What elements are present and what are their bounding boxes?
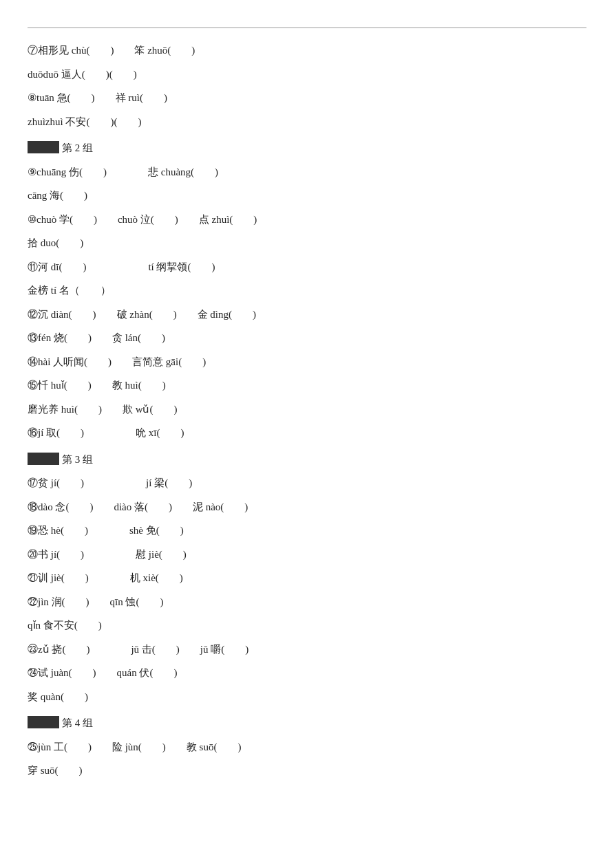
item-16-line1: ⑯jí 取( ) 吮 xī( ) — [28, 423, 586, 443]
group-box-2 — [28, 141, 59, 153]
item-18-line1: ⑱dào 念( ) diào 落( ) 泥 nào( ) — [28, 497, 586, 517]
item-10-line2: 拾 duo( ) — [28, 233, 586, 253]
item-22-line1: ㉒jìn 润( ) qīn 蚀( ) — [28, 592, 586, 612]
item-14-line1: ⑭hài 人听闻( ) 言简意 gāi( ) — [28, 352, 586, 372]
group-3-text: 第 3 组 — [62, 450, 93, 470]
item-13-line1: ⑬fén 烧( ) 贪 lán( ) — [28, 328, 586, 348]
item-7-line2: duōduō 逼人( )( ) — [28, 65, 586, 85]
group-4-text: 第 4 组 — [62, 713, 93, 733]
group-2-text: 第 2 组 — [62, 138, 93, 158]
page: ⑦相形见 chù( ) 笨 zhuō( ) duōduō 逼人( )( ) ⑧t… — [0, 0, 614, 868]
item-9-line1: ⑨chuāng 伤( ) 悲 chuàng( ) — [28, 162, 586, 182]
item-24-line1: ㉔试 juàn( ) quán 伏( ) — [28, 663, 586, 683]
item-7-line1: ⑦相形见 chù( ) 笨 zhuō( ) — [28, 41, 586, 61]
group-3: ⑰贫 jí( ) jí 梁( ) ⑱dào 念( ) diào 落( ) 泥 n… — [28, 473, 586, 706]
item-10-line1: ⑩chuò 学( ) chuò 泣( ) 点 zhuì( ) — [28, 210, 586, 230]
item-15-line2: 磨光养 huì( ) 欺 wǔ( ) — [28, 400, 586, 420]
group-1: ⑦相形见 chù( ) 笨 zhuō( ) duōduō 逼人( )( ) ⑧t… — [28, 41, 586, 131]
item-20-line1: ⑳书 jí( ) 慰 jiè( ) — [28, 545, 586, 565]
group-2: ⑨chuāng 伤( ) 悲 chuàng( ) cāng 海( ) ⑩chuò… — [28, 162, 586, 443]
item-22-line2: qǐn 食不安( ) — [28, 616, 586, 636]
group-box-4 — [28, 716, 59, 728]
group-4: ㉕jùn 工( ) 险 jùn( ) 教 suō( ) 穿 suō( ) — [28, 737, 586, 781]
group-3-label: 第 3 组 — [28, 450, 93, 470]
group-4-label: 第 4 组 — [28, 713, 93, 733]
item-11-line1: ⑪河 dī( ) tí 纲挈领( ) — [28, 257, 586, 277]
item-23-line1: ㉓zǔ 挠( ) jū 击( ) jū 嚼( ) — [28, 640, 586, 660]
item-8-line2: zhuìzhuì 不安( )( ) — [28, 112, 586, 132]
item-21-line1: ㉑训 jiè( ) 机 xiè( ) — [28, 568, 586, 588]
item-15-line1: ⑮忏 huǐ( ) 教 huì( ) — [28, 376, 586, 395]
top-divider — [28, 28, 586, 28]
item-11-line2: 金榜 tí 名（ ） — [28, 281, 586, 301]
item-25-line2: 穿 suō( ) — [28, 761, 586, 781]
item-17-line1: ⑰贫 jí( ) jí 梁( ) — [28, 473, 586, 493]
item-25-line1: ㉕jùn 工( ) 险 jùn( ) 教 suō( ) — [28, 737, 586, 757]
group-box-3 — [28, 453, 59, 465]
item-9-line2: cāng 海( ) — [28, 186, 586, 206]
item-19-line1: ⑲恐 hè( ) shè 免( ) — [28, 521, 586, 541]
item-8-line1: ⑧tuān 急( ) 祥 ruì( ) — [28, 88, 586, 108]
item-24-line2: 奖 quàn( ) — [28, 687, 586, 707]
item-12-line1: ⑫沉 diàn( ) 破 zhàn( ) 金 dìng( ) — [28, 305, 586, 325]
group-2-label: 第 2 组 — [28, 138, 93, 158]
